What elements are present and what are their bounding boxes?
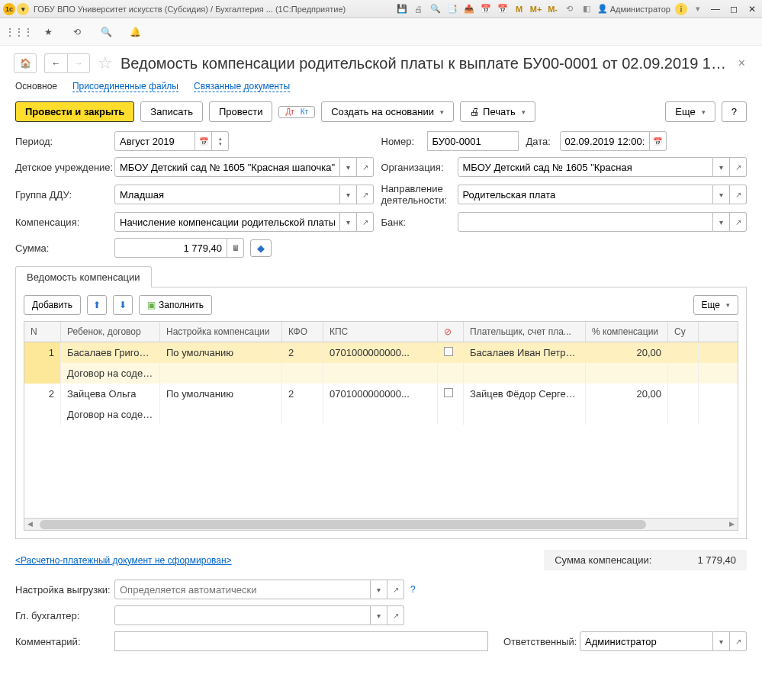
bank-input[interactable] <box>463 217 709 228</box>
apps-icon[interactable]: ⋮⋮⋮ <box>12 25 26 39</box>
period-stepper[interactable]: ▴▾ <box>212 131 229 151</box>
table-row-contract[interactable]: Договор на содержан... <box>24 363 738 384</box>
compensation-dropdown-button[interactable]: ▾ <box>340 212 357 232</box>
history-icon[interactable]: ⟲ <box>70 25 84 39</box>
organization-open-button[interactable]: ↗ <box>730 157 747 177</box>
grid-more-button[interactable]: Еще <box>693 295 738 315</box>
horizontal-scrollbar[interactable]: ◀ ▶ <box>24 518 738 530</box>
calc-button[interactable]: 🖩 <box>227 238 244 258</box>
col-n[interactable]: N <box>24 322 61 342</box>
info-drop-icon[interactable]: ▾ <box>692 3 704 15</box>
compare-icon[interactable]: 📑 <box>446 3 458 15</box>
col-percent[interactable]: % компенсации <box>586 322 668 342</box>
bank-dropdown-button[interactable]: ▾ <box>713 212 730 232</box>
col-sum[interactable]: Су <box>668 322 699 342</box>
create-based-on-button[interactable]: Создать на основании <box>321 101 454 122</box>
col-child[interactable]: Ребенок, договор <box>61 322 160 342</box>
minimize-button[interactable]: — <box>709 3 722 15</box>
close-window-button[interactable]: ✕ <box>745 3 759 15</box>
period-calendar-button[interactable]: 📅 <box>195 131 212 151</box>
current-user[interactable]: 👤 Администратор <box>597 4 670 14</box>
help-button[interactable]: ? <box>722 101 747 122</box>
table-row-contract[interactable]: Договор на содержан... <box>24 404 738 425</box>
table-row[interactable]: 2 Зайцева Ольга По умолчанию 2 070100000… <box>24 384 738 404</box>
responsible-open-button[interactable]: ↗ <box>730 631 747 651</box>
comment-input[interactable] <box>120 636 483 647</box>
tab-main[interactable]: Основное <box>15 81 57 92</box>
save-icon[interactable]: 💾 <box>396 3 408 15</box>
bank-open-button[interactable]: ↗ <box>730 212 747 232</box>
print-button[interactable]: 🖨 Печать <box>460 101 535 122</box>
dropdown-icon[interactable]: ▾ <box>17 3 29 15</box>
child-institution-open-button[interactable]: ↗ <box>357 157 374 177</box>
responsible-input[interactable] <box>585 636 708 647</box>
move-down-button[interactable]: ⬇ <box>113 295 133 315</box>
tab-compensation-list[interactable]: Ведомость компенсации <box>15 266 152 287</box>
organization-input[interactable] <box>463 162 709 173</box>
table-row[interactable]: 1 Басалаев Григорий По умолчанию 2 07010… <box>24 342 738 363</box>
compensation-open-button[interactable]: ↗ <box>357 212 374 232</box>
favorite-icon[interactable]: ☆ <box>98 53 113 73</box>
period-input[interactable] <box>120 136 190 147</box>
fill-button[interactable]: ▣ Заполнить <box>139 295 212 315</box>
move-up-button[interactable]: ⬆ <box>87 295 107 315</box>
col-kfo[interactable]: КФО <box>282 322 323 342</box>
group-input[interactable] <box>120 189 335 201</box>
group-open-button[interactable]: ↗ <box>357 185 374 204</box>
activity-open-button[interactable]: ↗ <box>730 185 747 204</box>
cell-flag[interactable] <box>438 342 464 363</box>
calc-m-button[interactable]: M <box>513 3 526 15</box>
grid-body[interactable]: 1 Басалаев Григорий По умолчанию 2 07010… <box>24 342 738 518</box>
chief-open-button[interactable]: ↗ <box>387 605 404 625</box>
payment-doc-link[interactable]: <Расчетно-платежный документ не сформиро… <box>15 555 232 566</box>
preview-icon[interactable]: 🔍 <box>429 3 442 15</box>
activity-input[interactable] <box>463 189 709 201</box>
calc-mminus-button[interactable]: M- <box>547 3 559 15</box>
print-icon[interactable]: 🖨 <box>413 3 425 15</box>
sum-input[interactable] <box>120 242 222 254</box>
maximize-button[interactable]: ◻ <box>727 3 741 15</box>
export-dropdown-button[interactable]: ▾ <box>371 580 387 599</box>
scroll-thumb[interactable] <box>40 520 646 529</box>
activity-dropdown-button[interactable]: ▾ <box>713 185 730 204</box>
send-icon[interactable]: 📤 <box>463 3 475 15</box>
post-button[interactable]: Провести <box>209 101 273 122</box>
post-and-close-button[interactable]: Провести и закрыть <box>15 101 134 122</box>
cell-flag[interactable] <box>438 384 464 404</box>
save-button[interactable]: Записать <box>140 101 203 122</box>
tab-related-docs[interactable]: Связанные документы <box>194 81 290 92</box>
col-setting[interactable]: Настройка компенсации <box>160 322 282 342</box>
close-tab-button[interactable]: × <box>735 56 748 70</box>
checkbox-icon[interactable] <box>444 388 453 397</box>
compensation-input[interactable] <box>120 217 335 228</box>
dtkt-button[interactable]: ДтКт <box>278 106 315 118</box>
col-payer[interactable]: Плательщик, счет пла... <box>464 322 586 342</box>
child-institution-input[interactable] <box>120 162 335 173</box>
export-help-icon[interactable]: ? <box>410 584 416 595</box>
child-institution-dropdown-button[interactable]: ▾ <box>340 157 357 177</box>
panel-icon[interactable]: ◧ <box>580 3 593 15</box>
export-setting-input[interactable] <box>120 584 365 596</box>
chief-accountant-input[interactable] <box>120 610 365 621</box>
number-input[interactable] <box>432 136 513 147</box>
nav-forward-button[interactable]: → <box>67 53 90 73</box>
back-icon[interactable]: ⟲ <box>564 3 576 15</box>
export-open-button[interactable]: ↗ <box>387 580 404 599</box>
refresh-sum-button[interactable]: ◆ <box>250 239 272 257</box>
col-flag[interactable]: ⊘ <box>438 322 464 342</box>
tab-attached-files[interactable]: Присоединенные файлы <box>72 81 178 92</box>
group-dropdown-button[interactable]: ▾ <box>340 185 357 204</box>
checkbox-icon[interactable] <box>444 347 453 356</box>
chief-dropdown-button[interactable]: ▾ <box>371 605 387 625</box>
date-input[interactable] <box>565 136 645 147</box>
calendar-icon[interactable]: 📅 <box>480 3 492 15</box>
nav-back-button[interactable]: ← <box>44 53 67 73</box>
home-button[interactable]: 🏠 <box>14 53 37 73</box>
info-icon[interactable]: i <box>675 3 687 15</box>
col-kps[interactable]: КПС <box>323 322 438 342</box>
responsible-dropdown-button[interactable]: ▾ <box>713 631 730 651</box>
date-calendar-button[interactable]: 📅 <box>650 131 667 151</box>
star-icon[interactable]: ★ <box>41 25 55 39</box>
search-icon[interactable]: 🔍 <box>99 25 113 39</box>
add-row-button[interactable]: Добавить <box>24 295 81 315</box>
